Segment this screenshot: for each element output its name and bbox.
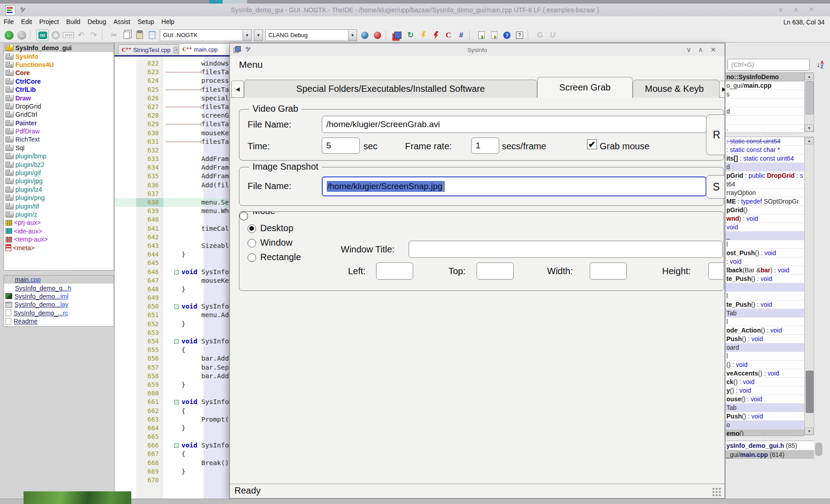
sort-az-icon[interactable]: ↓AZ: [813, 59, 827, 71]
member-row[interactable]: ck() : void: [725, 378, 804, 386]
member-row[interactable]: its[] : static const uint64: [725, 154, 804, 163]
scope-list[interactable]: no::SysInfoDemoo_gui/main.cppsd.: [725, 72, 804, 133]
snapshot-file-input[interactable]: /home/klugier/ScreenSnap.jpg: [322, 176, 706, 196]
radio-icon[interactable]: [239, 212, 248, 220]
toolbar-icon[interactable]: #: [455, 30, 467, 41]
toolbar-icon[interactable]: ←: [3, 30, 15, 41]
build-method-select[interactable]: CLANG Debug ▼: [265, 29, 357, 41]
frame-rate-input[interactable]: 1: [471, 138, 499, 154]
member-row[interactable]: l: [725, 292, 804, 300]
menu-item[interactable]: Help: [158, 16, 178, 27]
menu-item[interactable]: Debug: [84, 16, 110, 27]
toolbar-icon[interactable]: ↻: [405, 30, 416, 41]
fold-marker-icon[interactable]: [174, 270, 179, 275]
toolbar-icon[interactable]: C: [443, 30, 454, 41]
toolbar-icon[interactable]: [102, 30, 106, 40]
fold-marker-icon[interactable]: [174, 400, 179, 404]
member-row[interactable]: l: [725, 352, 804, 361]
package-item[interactable]: CtrlCore: [4, 77, 114, 86]
package-item[interactable]: Painter: [4, 119, 114, 127]
toolbar-icon[interactable]: [417, 30, 429, 41]
member-row[interactable]: ouse() : void: [725, 395, 804, 404]
scope-scrollbar[interactable]: ▲ ▼: [804, 72, 814, 132]
ide-titlebar[interactable]: SysInfo_demo_gui - GUI .NOGTK - TheIDE -…: [0, 4, 830, 17]
main-config-select[interactable]: GUI .NOGTK ▼: [160, 29, 252, 41]
tab-screen-grab[interactable]: Screen Grab: [537, 77, 633, 98]
member-row[interactable]: [725, 283, 804, 292]
member-row[interactable]: pGrid(): [725, 206, 804, 214]
resize-grip[interactable]: [712, 487, 722, 496]
menu-item[interactable]: Build: [62, 16, 84, 27]
package-item[interactable]: SysInfo: [4, 52, 114, 60]
tab-special-folders[interactable]: Special Folders/Executables/Installed So…: [244, 80, 537, 98]
window-radio[interactable]: [248, 239, 256, 247]
member-row[interactable]: o: [725, 421, 804, 429]
snapshot-button[interactable]: S: [706, 175, 725, 199]
toolbar-icon[interactable]: ?: [501, 30, 513, 41]
scope-row[interactable]: no::SysInfoDemo: [725, 73, 804, 81]
package-item[interactable]: GridCtrl: [4, 110, 114, 119]
toolbar-icon[interactable]: [50, 30, 62, 41]
toolbar-icon[interactable]: ?: [514, 30, 525, 41]
left-input[interactable]: [376, 262, 413, 280]
scope-row[interactable]: s: [725, 90, 804, 99]
grab-mouse-checkbox[interactable]: ✔: [587, 139, 597, 149]
tab-mouse-keyboard[interactable]: Mouse & Keyb: [633, 80, 720, 98]
toolbar-icon[interactable]: [392, 30, 404, 41]
file-item[interactable]: SysInfo_demo...lay: [4, 300, 114, 309]
toolbar-icon[interactable]: [528, 30, 532, 40]
member-row[interactable]: l: [725, 318, 804, 326]
member-row[interactable]: Push() : void: [725, 412, 804, 421]
scope-row[interactable]: [725, 116, 804, 124]
toolbar-icon[interactable]: [146, 30, 158, 41]
recent-file-row[interactable]: _gui/main.cpp (614): [725, 450, 814, 459]
package-item[interactable]: Draw: [4, 94, 114, 102]
scrollbar-thumb[interactable]: [815, 442, 822, 456]
member-row[interactable]: Push() : void: [725, 335, 804, 343]
toolbar-icon[interactable]: [359, 30, 371, 41]
scrollbar-thumb[interactable]: [806, 371, 814, 413]
package-item[interactable]: <prj-aux>: [4, 219, 114, 227]
menu-item[interactable]: Project: [36, 16, 63, 27]
member-row[interactable]: d: [725, 163, 804, 171]
toolbar-icon[interactable]: →: [16, 30, 28, 41]
file-item[interactable]: SysInfo_demo_...rc: [4, 309, 114, 317]
member-row[interactable]: ost_Push() : void: [725, 249, 804, 257]
member-row[interactable]: ode_Action() : void: [725, 326, 804, 335]
recent-files-list[interactable]: ysInfo_demo_gui.h (85)_gui/main.cpp (614…: [725, 441, 814, 459]
toolbar-icon[interactable]: ✂: [108, 30, 120, 41]
time-input[interactable]: 5: [322, 138, 360, 154]
dialog-titlebar[interactable]: SysInfo ∨ ∧ ✕: [230, 43, 725, 57]
toolbar-icon[interactable]: U: [547, 30, 558, 41]
panel-splitter[interactable]: ·············: [725, 133, 830, 136]
member-row[interactable]: _: [725, 232, 804, 240]
dialog-close-button[interactable]: ✕: [707, 46, 719, 54]
package-item[interactable]: Functions4U: [4, 61, 114, 69]
toolbar-icon[interactable]: [430, 30, 442, 41]
package-item[interactable]: plugin/tif: [4, 202, 114, 210]
member-row[interactable]: lback(Bar &bar) : void: [725, 266, 804, 275]
member-row[interactable]: : static const uint64: [725, 137, 804, 146]
member-row[interactable]: : void: [725, 257, 804, 266]
package-item[interactable]: SysInfo_demo_gui: [4, 44, 114, 52]
package-item[interactable]: CtrlLib: [4, 86, 114, 94]
toolbar-icon[interactable]: [476, 30, 487, 41]
package-item[interactable]: plugin/lz4: [4, 185, 114, 194]
member-row[interactable]: veAccents() : void: [725, 369, 804, 378]
member-row[interactable]: te_Push() : void: [725, 275, 804, 283]
panel-splitter[interactable]: ·············: [725, 436, 830, 439]
minimize-button[interactable]: ∨: [775, 5, 787, 14]
package-item[interactable]: <temp-aux>: [4, 235, 114, 243]
menu-item[interactable]: Assist: [110, 16, 134, 27]
member-row[interactable]: oard: [725, 343, 804, 352]
menu-item[interactable]: Setup: [134, 16, 158, 27]
member-row[interactable]: te_Push() : void: [725, 300, 804, 309]
toolbar-icon[interactable]: [134, 30, 145, 41]
member-row[interactable]: y() : void: [725, 386, 804, 395]
desktop-radio[interactable]: [248, 224, 256, 233]
height-input[interactable]: [708, 262, 724, 280]
package-item[interactable]: <ide-aux>: [4, 227, 114, 235]
file-item[interactable]: SysInfo_demo...iml: [4, 292, 114, 300]
package-item[interactable]: PdfDraw: [4, 127, 114, 135]
toolbar-icon[interactable]: txt: [36, 29, 49, 41]
